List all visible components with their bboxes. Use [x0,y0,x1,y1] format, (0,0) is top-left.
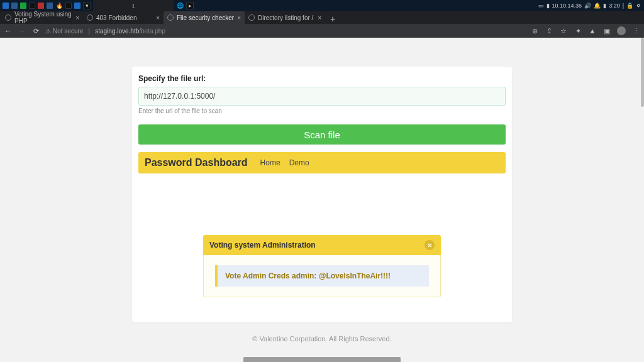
close-icon[interactable]: × [156,14,160,21]
browser-address-bar: ← → ⟳ ⚠ Not secure | staging.love.htb/be… [0,24,644,38]
taskbar-icon[interactable] [11,3,18,9]
scan-file-button[interactable]: Scan file [138,124,506,145]
taskbar-icon[interactable]: ▾ [83,2,91,9]
bookmark-icon[interactable]: ☆ [559,26,568,35]
search-icon[interactable]: ⊕ [530,26,539,35]
warning-icon: ⚠ [45,28,51,35]
close-icon[interactable]: × [237,14,241,21]
tab-label: Voting System using PHP [14,11,72,25]
favicon-icon [87,14,93,21]
taskbar-icon[interactable] [47,3,53,9]
taskbar-icon[interactable]: 🔥 [55,2,63,9]
favicon-icon [167,14,174,21]
system-top-bar: 🔥 ▾ 1 🌐 ▸ ▭ ▮ 10.10.14.36 🔊 🔔 ▮ 3:20 | 🔒… [0,0,644,11]
url-field-label: Specify the file url: [138,74,506,83]
avatar[interactable] [617,26,626,35]
modal-title: Voting system Administration [209,241,316,250]
favicon-icon [5,14,11,21]
ip-address: 10.10.14.36 [552,3,582,9]
browser-tab[interactable]: Voting System using PHP × [1,11,83,24]
modal-body: Vote Admin Creds admin: @LoveIsInTheAir!… [203,255,441,297]
admin-modal: Voting system Administration ✕ Vote Admi… [203,235,441,297]
user-icon[interactable]: ▲ [588,26,597,35]
power-icon[interactable]: ⭘ [636,3,641,9]
sys-indicator[interactable]: ▮ [603,3,606,9]
taskbar-icon[interactable] [65,3,72,9]
modal-header: Voting system Administration ✕ [203,235,441,255]
page-viewport: Specify the file url: Enter the url of t… [0,38,644,362]
bell-icon[interactable]: 🔔 [594,3,601,9]
nav-link-home[interactable]: Home [260,158,280,167]
taskbar-icon[interactable] [29,3,35,9]
clock: 3:20 [609,3,620,9]
workspace-label[interactable]: 1 [93,0,174,12]
close-icon[interactable]: × [75,14,79,21]
url-text[interactable]: staging.love.htb/beta.php [95,28,165,35]
reload-button[interactable]: ⟳ [31,26,40,35]
url-field-hint: Enter the url of the file to scan [138,107,506,114]
extensions-icon[interactable]: ✦ [574,26,582,35]
nav-link-demo[interactable]: Demo [289,158,309,167]
browser-tab-strip: Voting System using PHP × 403 Forbidden … [0,11,644,24]
browser-tab-active[interactable]: File security checker × [164,11,245,24]
credentials-alert: Vote Admin Creds admin: @LoveIsInTheAir!… [215,265,429,287]
scanner-card: Specify the file url: Enter the url of t… [132,67,512,322]
footer-inner: © Valentine Corpotation. All Rights Rese… [0,335,644,343]
forward-button: → [18,26,26,35]
scrollbar-thumb[interactable] [641,38,644,107]
share-icon[interactable]: ⇪ [545,26,553,35]
menu-icon[interactable]: ⋮ [631,26,640,35]
close-icon[interactable]: ✕ [425,240,435,250]
taskbar-icon[interactable] [3,3,9,9]
dashboard-navbar: Password Dashboard Home Demo [138,152,506,173]
tab-label: 403 Forbidden [96,14,137,21]
new-tab-button[interactable]: + [325,14,340,24]
browser-tab[interactable]: Directory listing for / × [245,11,325,24]
dashboard-title: Password Dashboard [145,157,248,168]
bottom-watermark [243,357,401,362]
screen-icon[interactable]: ▭ [538,3,544,9]
divider: | [623,3,624,9]
terminal-icon[interactable]: ▸ [186,2,194,9]
browser-tab[interactable]: 403 Forbidden × [83,11,164,24]
volume-icon[interactable]: 🔊 [584,3,591,9]
taskbar-icon[interactable] [38,3,44,9]
taskbar-icon[interactable] [20,3,26,9]
favicon-icon [248,14,255,21]
tab-label: Directory listing for / [258,14,313,21]
security-indicator[interactable]: ⚠ Not secure [45,28,83,35]
file-url-input[interactable] [138,87,506,106]
lock-icon[interactable]: 🔒 [626,3,633,9]
tab-label: File security checker [177,14,234,21]
taskbar-icon[interactable] [74,3,80,9]
panel-icon[interactable]: ▣ [602,26,611,35]
security-label: Not secure [53,28,83,35]
taskbar-icon[interactable]: 🌐 [176,2,184,9]
back-button[interactable]: ← [4,26,13,35]
battery-icon[interactable]: ▮ [547,3,550,9]
close-icon[interactable]: × [318,14,321,21]
